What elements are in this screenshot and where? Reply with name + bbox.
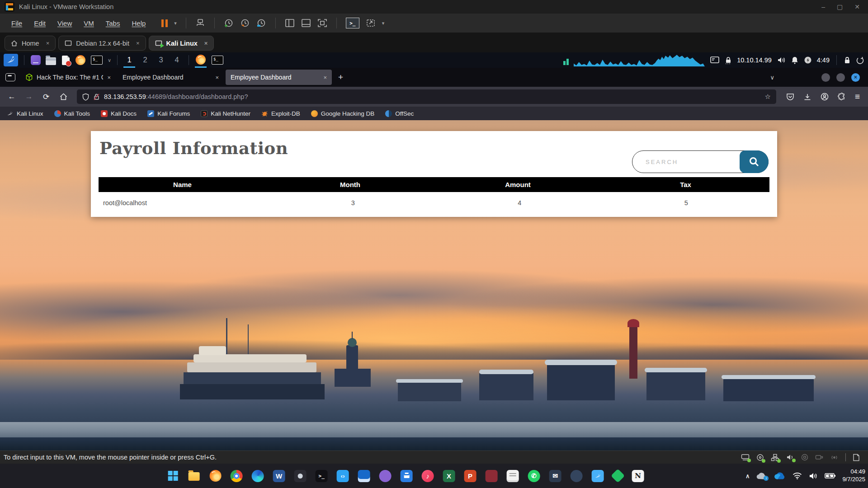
calendar-app-button[interactable] bbox=[358, 470, 370, 482]
terminal-dropdown-caret-icon[interactable]: ∨ bbox=[108, 57, 111, 63]
file-manager-button[interactable] bbox=[45, 55, 56, 66]
kali-menu-button[interactable] bbox=[4, 54, 18, 66]
battery-icon[interactable] bbox=[825, 473, 835, 479]
browser-tab-hackthebox[interactable]: Hack The Box: The #1 Cyb × bbox=[21, 70, 116, 85]
taskbar-clock[interactable]: 04:49 9/7/2025 bbox=[842, 468, 865, 483]
kali-app-button[interactable] bbox=[592, 470, 604, 482]
console-view-button[interactable]: >_ bbox=[346, 18, 359, 28]
text-editor-button[interactable] bbox=[60, 55, 71, 66]
manage-snapshots-icon[interactable] bbox=[256, 18, 266, 28]
menu-vm[interactable]: VM bbox=[78, 19, 100, 27]
music-app-button[interactable]: ♪ bbox=[422, 470, 434, 482]
hard-disk-device-icon[interactable] bbox=[741, 454, 750, 461]
firefox-close-button[interactable]: × bbox=[851, 73, 860, 82]
cpu-graph[interactable] bbox=[574, 54, 705, 66]
close-tab-icon[interactable]: × bbox=[323, 74, 327, 81]
bookmark-kali-nethunter[interactable]: Kali NetHunter bbox=[201, 110, 250, 117]
store-button[interactable] bbox=[401, 470, 413, 482]
account-icon[interactable] bbox=[821, 93, 829, 101]
menu-edit[interactable]: Edit bbox=[28, 19, 52, 27]
bookmark-kali-tools[interactable]: Kali Tools bbox=[54, 110, 90, 117]
menu-help[interactable]: Help bbox=[126, 19, 151, 27]
close-button[interactable]: ✕ bbox=[854, 3, 860, 10]
vm-tab-debian[interactable]: Debian 12.x 64-bit × bbox=[58, 36, 146, 51]
close-tab-icon[interactable]: × bbox=[215, 74, 219, 81]
cloud-status-icon[interactable]: i bbox=[756, 472, 767, 480]
workspace-2[interactable]: 2 bbox=[139, 52, 151, 68]
onedrive-icon[interactable] bbox=[774, 472, 786, 480]
bookmark-offsec[interactable]: OffSec bbox=[385, 110, 414, 117]
cd-rom-device-icon[interactable] bbox=[756, 454, 764, 461]
tray-overflow-chevron-icon[interactable]: ∧ bbox=[745, 473, 750, 479]
edge-button[interactable] bbox=[252, 470, 264, 482]
notes-app-button[interactable] bbox=[507, 470, 519, 482]
workspace-4[interactable]: 4 bbox=[171, 52, 183, 68]
home-button[interactable] bbox=[56, 90, 71, 103]
network-adapter-device-icon[interactable] bbox=[771, 454, 779, 461]
word-button[interactable]: W bbox=[273, 470, 285, 482]
bookmark-google-hacking-db[interactable]: Google Hacking DB bbox=[311, 110, 375, 117]
usb-device-icon[interactable] bbox=[815, 454, 823, 460]
chrome-button[interactable] bbox=[231, 470, 243, 482]
power-options-caret-icon[interactable]: ▾ bbox=[174, 20, 177, 26]
back-button[interactable]: ← bbox=[5, 90, 19, 103]
show-library-icon[interactable] bbox=[285, 19, 295, 28]
reload-button[interactable]: ⟳ bbox=[39, 90, 53, 103]
workspace-3[interactable]: 3 bbox=[155, 52, 167, 68]
menu-file[interactable]: File bbox=[5, 19, 28, 27]
terminal-button[interactable]: >_ bbox=[316, 470, 328, 482]
menu-tabs[interactable]: Tabs bbox=[100, 19, 126, 27]
running-firefox-button[interactable] bbox=[195, 52, 207, 68]
extensions-puzzle-icon[interactable] bbox=[838, 93, 846, 101]
suspend-vm-button[interactable] bbox=[161, 19, 168, 27]
close-tab-icon[interactable]: × bbox=[46, 40, 50, 47]
volume-icon[interactable] bbox=[809, 472, 818, 480]
insecure-lock-icon[interactable] bbox=[93, 93, 100, 101]
bookmark-kali-docs[interactable]: Kali Docs bbox=[101, 110, 137, 117]
vm-tab-home[interactable]: Home × bbox=[5, 36, 56, 51]
logout-power-icon[interactable] bbox=[856, 56, 864, 64]
sound-device-icon[interactable] bbox=[786, 454, 794, 461]
bookmark-star-icon[interactable]: ☆ bbox=[764, 93, 770, 101]
fullscreen-icon[interactable] bbox=[317, 19, 327, 28]
whatsapp-button[interactable]: ✆ bbox=[528, 470, 540, 482]
downloads-icon[interactable] bbox=[803, 93, 811, 101]
running-terminal-button[interactable]: $_ bbox=[211, 55, 224, 66]
notifications-bell-icon[interactable] bbox=[791, 56, 799, 64]
minimize-button[interactable]: – bbox=[821, 3, 825, 10]
close-tab-icon[interactable]: × bbox=[136, 40, 140, 47]
tracking-shield-icon[interactable] bbox=[82, 93, 89, 101]
excel-button[interactable]: X bbox=[443, 470, 455, 482]
powerpoint-button[interactable]: P bbox=[464, 470, 476, 482]
stretch-options-caret-icon[interactable]: ▾ bbox=[382, 20, 385, 26]
take-snapshot-icon[interactable] bbox=[224, 18, 234, 28]
url-bar[interactable]: 83.136.253.59:44689/dashboard/dashboard.… bbox=[77, 89, 776, 104]
firefox-minimize-button[interactable] bbox=[821, 73, 830, 82]
file-explorer-button[interactable] bbox=[188, 470, 200, 482]
firefox-launcher-button[interactable] bbox=[75, 55, 86, 66]
app-menu-icon[interactable]: ≡ bbox=[855, 92, 860, 102]
panel-clock[interactable]: 4:49 bbox=[817, 56, 830, 64]
camera-app-button[interactable] bbox=[294, 470, 307, 482]
list-all-tabs-icon[interactable]: ∨ bbox=[770, 74, 774, 81]
workspace-1[interactable]: 1 bbox=[123, 52, 135, 68]
shared-device-icon[interactable] bbox=[830, 454, 839, 461]
show-thumbnail-bar-icon[interactable] bbox=[301, 19, 311, 28]
terminal-launcher-button[interactable]: $_ bbox=[90, 55, 104, 66]
firefox-button[interactable] bbox=[209, 470, 222, 482]
green-diamond-app-button[interactable] bbox=[611, 469, 625, 483]
wifi-icon[interactable] bbox=[793, 472, 802, 479]
chat-app-button[interactable] bbox=[571, 470, 583, 482]
close-tab-icon[interactable]: × bbox=[107, 74, 111, 81]
windows-start-button[interactable] bbox=[167, 470, 179, 482]
vscode-button[interactable]: ‹› bbox=[337, 470, 349, 482]
vm-tab-kali[interactable]: Kali Linux × bbox=[149, 36, 214, 51]
firefox-maximize-button[interactable] bbox=[836, 73, 845, 82]
menu-view[interactable]: View bbox=[52, 19, 78, 27]
forward-button[interactable]: → bbox=[22, 90, 36, 103]
network-monitor-icon[interactable] bbox=[710, 56, 720, 64]
browser-tab-dashboard-1[interactable]: Employee Dashboard × bbox=[118, 70, 224, 85]
bookmark-kali-linux[interactable]: Kali Linux bbox=[6, 110, 43, 117]
vpn-ip-label[interactable]: 10.10.14.99 bbox=[737, 56, 772, 64]
search-button[interactable] bbox=[740, 150, 769, 173]
